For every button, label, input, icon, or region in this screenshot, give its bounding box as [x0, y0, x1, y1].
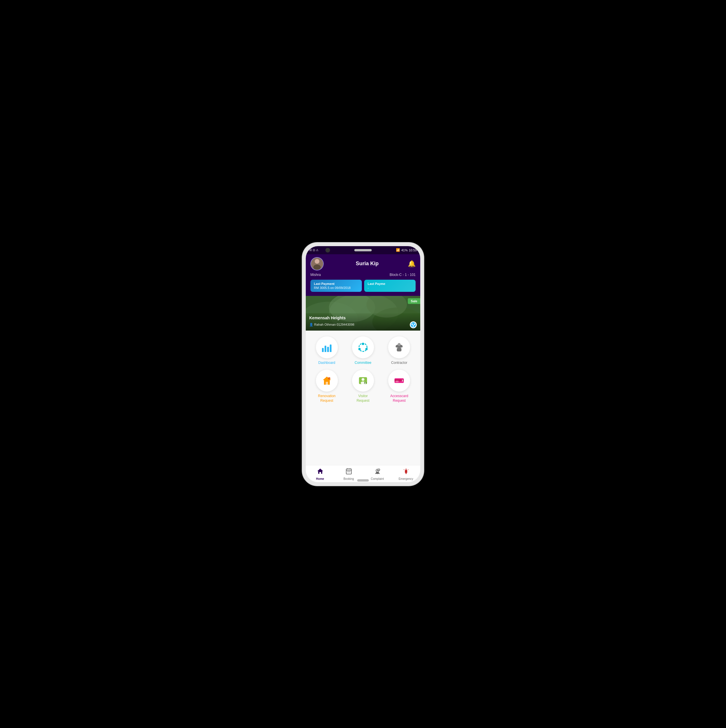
header-left-section: Suria Kip	[310, 257, 408, 271]
svg-point-25	[328, 377, 330, 379]
visitor-icon	[358, 375, 368, 386]
contractor-icon	[394, 342, 404, 353]
committee-label: Committee	[355, 361, 371, 365]
payment-label-1: Last Payment	[314, 282, 358, 286]
visitor-label: VisitorRequest	[357, 394, 370, 403]
agent-info: 👤 Rahah Othman 0129443098	[309, 323, 354, 327]
contractor-label: Contractor	[391, 361, 407, 365]
property-logo	[410, 321, 417, 328]
svg-rect-37	[319, 472, 321, 474]
payment-value-1: RM 3005.5 on 09/09/2018	[314, 286, 358, 289]
battery-level: 41%	[401, 248, 407, 252]
home-svg	[317, 468, 324, 475]
svg-point-30	[365, 382, 366, 383]
user-name: Mishra	[310, 273, 321, 277]
speaker	[354, 249, 372, 251]
menu-item-accesscard[interactable]: AccesscardRequest	[383, 370, 416, 403]
home-icon	[317, 468, 324, 476]
svg-rect-20	[396, 346, 403, 347]
complaint-label: Complaint	[371, 477, 384, 480]
booking-icon	[345, 468, 352, 476]
unit-info: Block-C - 1 - 101	[390, 273, 416, 277]
svg-line-53	[404, 470, 404, 470]
svg-rect-40	[350, 468, 350, 470]
svg-point-3	[315, 259, 319, 263]
main-content: Dashboard Committee	[306, 330, 420, 465]
nav-emergency[interactable]: Emergency	[392, 468, 420, 480]
emergency-label: Emergency	[398, 477, 413, 480]
menu-item-dashboard[interactable]: Dashboard	[310, 336, 343, 365]
svg-point-52	[406, 473, 407, 474]
person-icon: 👤	[309, 323, 313, 326]
nav-home[interactable]: Home	[306, 468, 334, 480]
menu-item-contractor[interactable]: Contractor	[383, 336, 416, 365]
banner-subtitle: 👤 Rahah Othman 0129443098	[309, 321, 417, 328]
header-top-row: Suria Kip 🔔	[310, 257, 416, 271]
svg-marker-51	[405, 469, 407, 471]
property-name: Kemensah Heights	[309, 315, 417, 320]
svg-point-14	[413, 325, 414, 327]
avatar-image	[311, 258, 323, 270]
payment-card-1[interactable]: Last Payment RM 3005.5 on 09/09/2018	[310, 280, 362, 292]
emergency-svg	[403, 468, 410, 475]
bar2	[325, 346, 326, 352]
bar4	[330, 344, 331, 352]
avatar[interactable]	[310, 257, 324, 271]
header-user-info: Mishra Block-C - 1 - 101	[310, 273, 416, 277]
nav-complaint[interactable]: Complaint	[363, 468, 392, 480]
property-banner[interactable]: Sale Kemensah Heights 👤 Rahah Othman 012…	[306, 296, 420, 330]
app-header: Suria Kip 🔔 Mishra Block-C - 1 - 101 Las…	[306, 254, 420, 296]
accesscard-icon	[394, 375, 404, 386]
booking-label: Booking	[343, 477, 354, 480]
menu-item-committee[interactable]: Committee	[346, 336, 379, 365]
complaint-svg	[374, 468, 381, 475]
avatar-svg	[311, 258, 323, 270]
svg-point-17	[365, 348, 368, 350]
complaint-icon	[374, 468, 381, 476]
phone-screen: ☒ ⊡ ⚠ 📶 41% 10:59	[306, 246, 420, 482]
home-button[interactable]	[357, 479, 369, 482]
menu-item-visitor[interactable]: VisitorRequest	[346, 370, 379, 403]
home-label: Home	[316, 477, 324, 480]
svg-point-42	[347, 471, 348, 472]
payment-card-2[interactable]: Last Payme -	[364, 280, 416, 292]
svg-point-16	[362, 343, 364, 345]
sale-badge: Sale	[408, 298, 420, 304]
renovation-icon-circle	[316, 370, 338, 392]
svg-point-27	[361, 378, 365, 381]
dashboard-label: Dashboard	[318, 361, 335, 365]
svg-rect-34	[396, 381, 398, 382]
svg-line-54	[408, 470, 408, 470]
dashboard-icon	[322, 343, 331, 352]
logo-svg	[410, 322, 416, 328]
svg-point-31	[365, 383, 366, 384]
camera	[325, 248, 330, 252]
notification-bell[interactable]: 🔔	[408, 260, 416, 268]
visitor-icon-circle	[352, 370, 374, 392]
bar1	[322, 348, 324, 352]
svg-point-21	[398, 343, 401, 346]
renovation-icon	[322, 375, 332, 386]
svg-point-2	[313, 265, 321, 269]
status-right-info: 📶 41% 10:59	[396, 248, 417, 252]
current-time: 10:59	[409, 248, 417, 252]
accesscard-label: AccesscardRequest	[390, 394, 408, 403]
bar3	[327, 347, 329, 352]
svg-rect-22	[397, 348, 401, 352]
nav-booking[interactable]: Booking	[334, 468, 363, 480]
menu-item-renovation[interactable]: RenovationRequest	[310, 370, 343, 403]
svg-rect-39	[348, 468, 348, 470]
menu-grid: Dashboard Committee	[310, 336, 416, 403]
svg-point-18	[358, 348, 361, 350]
contractor-icon-circle	[388, 336, 410, 358]
dashboard-icon-circle	[316, 336, 338, 358]
committee-icon-circle	[352, 336, 374, 358]
svg-point-48	[378, 469, 380, 470]
status-icons: ☒ ⊡ ⚠	[309, 248, 319, 252]
phone-device: ☒ ⊡ ⚠ 📶 41% 10:59	[302, 243, 424, 486]
emergency-icon	[403, 468, 410, 476]
banner-info: Kemensah Heights 👤 Rahah Othman 01294430…	[306, 313, 420, 330]
svg-point-44	[349, 471, 350, 472]
payment-cards-row: Last Payment RM 3005.5 on 09/09/2018 Las…	[310, 280, 416, 292]
svg-rect-24	[326, 382, 328, 385]
